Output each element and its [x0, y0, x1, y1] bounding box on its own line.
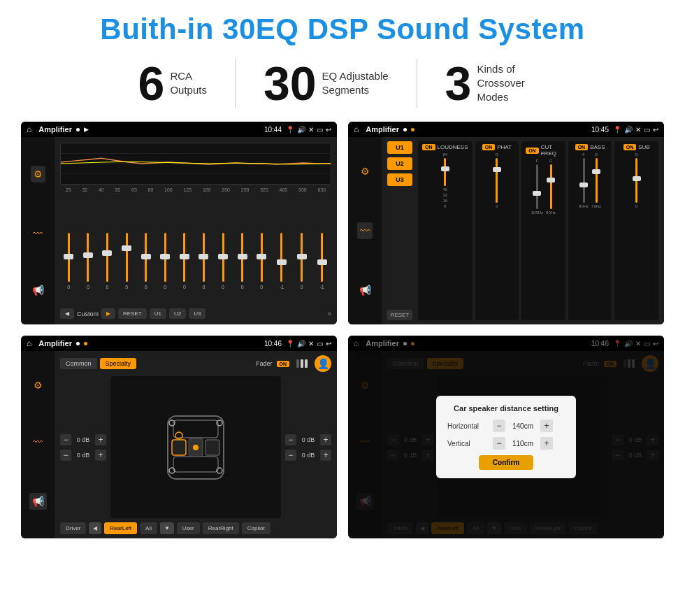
close-icon-3[interactable]: ✕: [308, 340, 314, 348]
close-icon-2[interactable]: ✕: [635, 126, 641, 134]
slider-track[interactable]: [126, 233, 128, 282]
vol-plus-rr[interactable]: +: [320, 450, 331, 461]
xover-main-area: U1 U2 U3 RESET ON LOUDNESS: [382, 137, 664, 324]
back-icon-3[interactable]: ↩: [326, 340, 331, 348]
svg-rect-8: [172, 440, 186, 455]
speaker-icon-3[interactable]: 📢: [29, 493, 47, 510]
slider-track[interactable]: [321, 233, 323, 282]
horizontal-row: Horizontal − 140cm +: [447, 420, 565, 432]
u3-button[interactable]: U3: [189, 308, 206, 319]
reset-button[interactable]: RESET: [118, 308, 147, 319]
location-icon: 📍: [286, 126, 294, 134]
play-button[interactable]: ▶: [101, 308, 115, 319]
horizontal-minus-button[interactable]: −: [493, 420, 505, 432]
vol-plus-rl[interactable]: +: [95, 450, 106, 461]
phat-slider: G 0: [495, 152, 498, 208]
expand-icon[interactable]: »: [327, 310, 331, 317]
back-icon[interactable]: ↩: [326, 126, 331, 134]
status-icons: 📍 🔊 ✕ ▭ ↩: [286, 126, 331, 134]
horizontal-plus-button[interactable]: +: [540, 420, 553, 432]
common-tab[interactable]: Common: [60, 358, 97, 369]
eq-icon[interactable]: ⚙: [31, 166, 45, 182]
home-icon[interactable]: ⌂: [27, 124, 31, 134]
speaker-sidebar: ⚙ 〰 📢: [21, 351, 55, 538]
cutfreq-on-badge[interactable]: ON: [526, 148, 539, 154]
home-icon-2[interactable]: ⌂: [354, 124, 359, 134]
u3-preset-btn[interactable]: U3: [387, 173, 412, 186]
bass-on-badge[interactable]: ON: [575, 144, 589, 150]
vol-plus-fr[interactable]: +: [320, 434, 331, 445]
sub-on-badge[interactable]: ON: [623, 144, 637, 150]
location-icon-2: 📍: [613, 126, 621, 134]
eq-slider-1: 0: [87, 233, 89, 303]
rearleft-button[interactable]: RearLeft: [104, 522, 137, 534]
vol-minus-fr[interactable]: −: [285, 434, 296, 445]
u2-preset-btn[interactable]: U2: [387, 157, 412, 170]
eq-icon-2[interactable]: ⚙: [361, 166, 370, 177]
slider-track[interactable]: [106, 233, 108, 282]
slider-track[interactable]: [222, 233, 224, 282]
window-icon[interactable]: ▭: [317, 126, 323, 134]
close-icon[interactable]: ✕: [308, 126, 314, 134]
eq-graph: [60, 143, 331, 185]
speaker-app-name: Amplifier: [38, 339, 72, 348]
window-icon-2[interactable]: ▭: [644, 126, 650, 134]
vertical-row: Vertical − 110cm +: [447, 437, 565, 450]
user-button[interactable]: User: [177, 522, 200, 534]
loudness-label: LOUDNESS: [438, 144, 468, 150]
slider-track[interactable]: [68, 233, 70, 282]
vertical-minus-button[interactable]: −: [493, 437, 505, 450]
vol-plus-fl[interactable]: +: [95, 434, 106, 445]
play-icon[interactable]: ▶: [84, 126, 89, 133]
person-icon[interactable]: 👤: [315, 355, 331, 372]
xover-reset-btn[interactable]: RESET: [387, 310, 412, 320]
vol-minus-fl[interactable]: −: [60, 434, 71, 445]
copilot-button[interactable]: Copilot: [242, 522, 271, 534]
slider-track[interactable]: [241, 233, 243, 282]
fader-on-badge[interactable]: ON: [277, 361, 290, 367]
fader-up-icon[interactable]: ◀: [89, 522, 101, 534]
vol-row-left-2: − 0 dB +: [60, 450, 106, 461]
window-icon-3[interactable]: ▭: [317, 340, 323, 348]
status-dot-2: [403, 128, 407, 131]
all-button[interactable]: All: [140, 522, 157, 534]
loudness-on-badge[interactable]: ON: [422, 144, 435, 150]
vertical-plus-button[interactable]: +: [540, 437, 553, 450]
back-icon-2[interactable]: ↩: [653, 126, 658, 134]
u1-button[interactable]: U1: [150, 308, 166, 319]
xover-status-icons: 📍 🔊 ✕ ▭ ↩: [613, 126, 658, 134]
slider-track[interactable]: [301, 233, 303, 282]
eq-main-area: 2532 4050 6380 100125 160200 250320 4005…: [55, 137, 337, 324]
u1-preset-btn[interactable]: U1: [387, 141, 412, 154]
speaker-icon[interactable]: 📢: [32, 285, 44, 296]
eq-sliders-row: 0 0 0 5: [60, 196, 331, 306]
sub-sliders: G 0: [635, 152, 638, 208]
specialty-tab[interactable]: Specialty: [100, 358, 137, 369]
slider-track[interactable]: [261, 233, 263, 282]
xover-presets: U1 U2 U3 RESET: [387, 141, 412, 320]
slider-track[interactable]: [87, 233, 89, 282]
home-icon-3[interactable]: ⌂: [27, 338, 31, 348]
rearright-button[interactable]: RearRight: [203, 522, 239, 534]
confirm-button[interactable]: Confirm: [479, 455, 533, 470]
waveform-icon-2[interactable]: 〰: [357, 222, 373, 239]
waveform-icon-3[interactable]: 〰: [33, 436, 43, 447]
vol-minus-rr[interactable]: −: [285, 450, 296, 461]
u2-button[interactable]: U2: [169, 308, 186, 319]
slider-track[interactable]: [203, 233, 205, 282]
phat-label: PHAT: [497, 144, 512, 150]
driver-button[interactable]: Driver: [60, 522, 86, 534]
eq-screen-content: ⚙ 〰 📢: [21, 137, 337, 324]
slider-track[interactable]: [280, 233, 282, 282]
phat-on-badge[interactable]: ON: [482, 144, 496, 150]
waveform-icon[interactable]: 〰: [33, 228, 43, 239]
fader-down-icon[interactable]: ▼: [160, 522, 174, 534]
speaker-icon-2[interactable]: 📢: [359, 285, 371, 296]
slider-track[interactable]: [183, 233, 185, 282]
vol-minus-rl[interactable]: −: [60, 450, 71, 461]
slider-track[interactable]: [164, 233, 166, 282]
xover-channels-area: ON LOUDNESS 64 48: [418, 141, 658, 320]
slider-track[interactable]: [145, 233, 147, 282]
eq-icon-3[interactable]: ⚙: [34, 380, 43, 391]
prev-preset-button[interactable]: ◀: [60, 308, 74, 319]
